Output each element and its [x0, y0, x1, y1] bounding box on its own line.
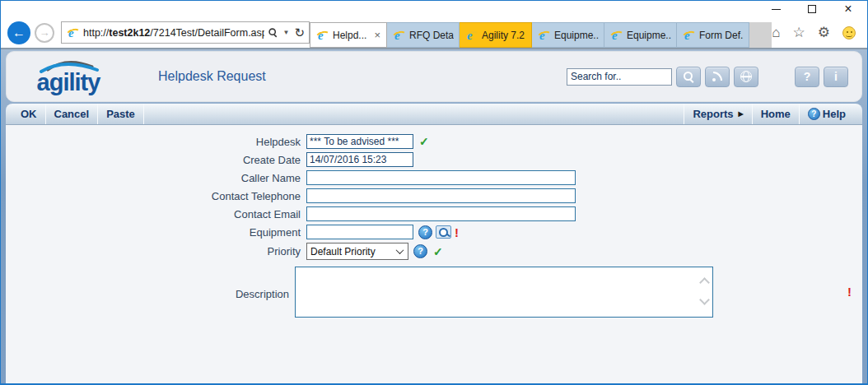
- close-tab-icon[interactable]: ×: [373, 29, 381, 41]
- ie-page-icon: [66, 26, 80, 39]
- gear-icon[interactable]: ⚙: [818, 26, 830, 39]
- ie-tab-icon: [315, 29, 329, 42]
- tab-rfq-detail[interactable]: RFQ Detai...: [387, 22, 460, 48]
- caller-name-field[interactable]: [306, 170, 576, 185]
- reports-label: Reports: [693, 108, 733, 120]
- contact-email-field[interactable]: [306, 206, 576, 221]
- back-button[interactable]: ←: [7, 21, 30, 44]
- feedback-smiley-icon[interactable]: [842, 26, 856, 39]
- helpdesk-field[interactable]: [306, 134, 413, 149]
- tab-label: Helpd...: [333, 30, 370, 41]
- globe-button[interactable]: [734, 67, 758, 87]
- url-host: test2k12: [109, 27, 150, 39]
- close-icon[interactable]: ×: [842, 3, 854, 15]
- maximize-icon[interactable]: [806, 3, 818, 15]
- help-question-icon: ?: [808, 108, 820, 120]
- agility-logo: agility: [20, 60, 117, 91]
- ie-tab-icon: [682, 29, 696, 42]
- search-icon: [684, 72, 694, 82]
- search-input[interactable]: [567, 68, 672, 86]
- ie-tab-icon: [392, 29, 406, 42]
- chrome-icons: ⌂ ☆ ⚙: [772, 26, 867, 39]
- create-date-field[interactable]: [306, 152, 413, 167]
- ok-button[interactable]: OK: [12, 104, 46, 124]
- submenu-arrow-icon: ▶: [739, 110, 744, 118]
- app-header: agility Helpdesk Request ? i: [6, 51, 862, 102]
- caller-name-label: Caller Name: [6, 172, 306, 184]
- helpdesk-label: Helpdesk: [6, 136, 306, 148]
- valid-check-icon: ✓: [433, 245, 443, 258]
- ie-tab-icon: [609, 29, 623, 42]
- address-bar[interactable]: http://test2k12/7214Test/DetailForm.aspx…: [61, 21, 310, 44]
- search-icon[interactable]: [268, 28, 277, 36]
- help-button[interactable]: ?: [795, 67, 819, 87]
- url-prefix: http://: [83, 27, 109, 39]
- tab-strip: Helpd... × RFQ Detai... Agility 7.2 Equi…: [310, 22, 749, 48]
- priority-label: Priority: [6, 245, 306, 257]
- url-text[interactable]: http://test2k12/7214Test/DetailForm.aspx…: [83, 27, 264, 39]
- priority-row: Priority Default Priority ? ✓: [6, 243, 862, 260]
- tab-strip-filler: [749, 22, 772, 48]
- required-alert-icon: !: [847, 285, 852, 299]
- tab-helpdesk[interactable]: Helpd... ×: [310, 22, 387, 48]
- info-button[interactable]: i: [824, 67, 848, 87]
- page-title: Helpdesk Request: [158, 69, 266, 84]
- contact-telephone-field[interactable]: [306, 188, 576, 203]
- help-label: Help: [823, 108, 846, 120]
- tab-equipment-2[interactable]: Equipme...: [604, 22, 677, 48]
- helpdesk-row: Helpdesk ✓: [6, 134, 862, 149]
- field-help-icon[interactable]: ?: [413, 244, 427, 258]
- tab-label: RFQ Detai...: [409, 30, 454, 41]
- contact-telephone-row: Contact Telephone: [6, 188, 862, 203]
- page: agility Helpdesk Request ? i OK Cancel P…: [1, 48, 867, 383]
- contact-telephone-label: Contact Telephone: [6, 190, 306, 202]
- minimize-icon[interactable]: [770, 3, 782, 15]
- header-search-group: ? i: [567, 67, 848, 87]
- help-menu-button[interactable]: ? Help: [799, 104, 854, 124]
- equipment-field[interactable]: [306, 225, 413, 239]
- ie-tab-icon: [537, 29, 551, 42]
- title-bar: ×: [1, 1, 867, 17]
- toolbar-right: Reports ▶ Home ? Help: [684, 104, 862, 124]
- tab-label: Equipme...: [627, 30, 671, 41]
- address-bar-icons: ▼ ↻: [268, 26, 306, 40]
- url-path: /7214Test/DetailForm.aspx?G: [150, 27, 264, 39]
- home-icon[interactable]: ⌂: [772, 26, 780, 39]
- cancel-button[interactable]: Cancel: [46, 104, 99, 124]
- valid-check-icon: ✓: [419, 135, 429, 148]
- field-help-icon[interactable]: ?: [418, 225, 432, 239]
- equipment-label: Equipment: [6, 226, 306, 239]
- logo-text: agility: [37, 73, 100, 91]
- rss-icon: [712, 71, 723, 82]
- reports-menu[interactable]: Reports ▶: [684, 104, 751, 124]
- lookup-icon[interactable]: [436, 225, 451, 239]
- window-controls: ×: [770, 3, 867, 15]
- star-icon[interactable]: ☆: [793, 26, 805, 39]
- form-content: Helpdesk ✓ Create Date Caller Name Conta…: [6, 125, 862, 383]
- required-alert-icon: !: [455, 225, 459, 239]
- ie-tab-icon: [464, 29, 478, 42]
- tab-form-def[interactable]: Form Def...: [677, 22, 749, 48]
- action-toolbar: OK Cancel Paste Reports ▶ Home ? Help: [6, 104, 862, 125]
- paste-button[interactable]: Paste: [98, 104, 144, 124]
- description-field[interactable]: [295, 267, 713, 318]
- browser-chrome: ← → http://test2k12/7214Test/DetailForm.…: [1, 17, 867, 48]
- tab-label: Agility 7.2: [482, 30, 526, 41]
- tab-agility[interactable]: Agility 7.2: [460, 22, 532, 48]
- home-button[interactable]: Home: [752, 104, 799, 124]
- description-wrapper: [295, 267, 713, 321]
- chevron-down-icon[interactable]: ▼: [283, 29, 290, 36]
- forward-button[interactable]: →: [35, 23, 54, 43]
- description-label: Description: [6, 288, 295, 300]
- priority-select[interactable]: Default Priority: [306, 243, 408, 260]
- refresh-icon[interactable]: ↻: [294, 26, 305, 40]
- tab-equipment-1[interactable]: Equipme...: [532, 22, 604, 48]
- create-date-row: Create Date: [6, 152, 862, 167]
- rss-button[interactable]: [705, 67, 730, 87]
- search-button[interactable]: [676, 67, 701, 87]
- equipment-row: Equipment ? !: [6, 225, 862, 239]
- tab-label: Form Def...: [699, 30, 744, 41]
- chevron-down-icon: [396, 246, 404, 254]
- tab-label: Equipme...: [554, 30, 599, 41]
- globe-icon: [740, 71, 752, 82]
